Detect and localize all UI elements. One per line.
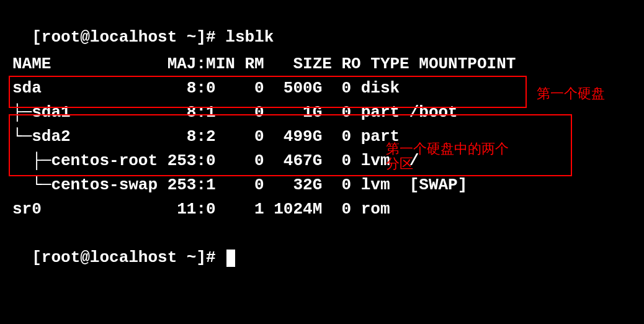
row-centos-swap: └─centos-swap 253:1 0 32G 0 lvm [SWAP] — [12, 173, 632, 197]
row-sda: sda 8:0 0 500G 0 disk — [12, 76, 632, 101]
command-lsblk: lsblk — [225, 28, 274, 47]
cursor-icon[interactable] — [226, 250, 235, 267]
shell-prompt: [root@localhost ~]# — [32, 28, 225, 47]
row-sr0: sr0 11:0 1 1024M 0 rom — [12, 197, 632, 222]
row-sda1: ├─sda1 8:1 0 1G 0 part /boot — [12, 101, 632, 125]
row-sda2: └─sda2 8:2 0 499G 0 part — [12, 125, 632, 149]
prompt-line-1[interactable]: [root@localhost ~]# lsblk — [12, 1, 632, 50]
shell-prompt: [root@localhost ~]# — [32, 248, 225, 267]
table-header: NAME MAJ:MIN RM SIZE RO TYPE MOUNTPOINT — [12, 52, 632, 76]
row-centos-root: ├─centos-root 253:0 0 467G 0 lvm / — [12, 149, 632, 173]
prompt-line-2[interactable]: [root@localhost ~]# — [12, 222, 632, 270]
